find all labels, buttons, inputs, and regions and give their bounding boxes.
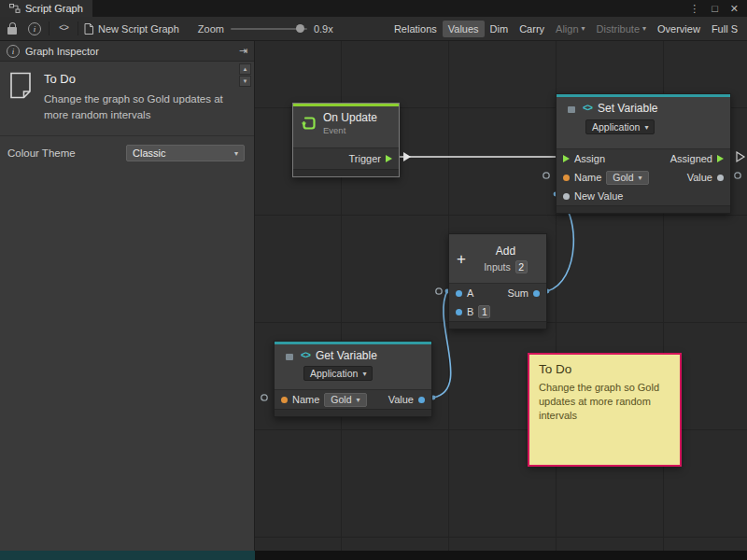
values-button[interactable]: Values xyxy=(443,21,485,37)
chevron-down-icon: ▾ xyxy=(362,370,366,378)
b-label: B xyxy=(467,306,473,317)
get-variable-header[interactable]: <> Get Variable Application ▾ xyxy=(275,344,431,389)
todo-title: To Do xyxy=(44,72,238,86)
name-external-port[interactable] xyxy=(543,173,549,178)
scroll-down-button[interactable]: ▼ xyxy=(239,76,251,87)
zoom-slider[interactable] xyxy=(231,28,307,30)
set-variable-header[interactable]: <> Set Variable Application ▾ xyxy=(557,97,730,148)
node-footer xyxy=(449,321,546,329)
colour-theme-value: Classic xyxy=(133,147,165,159)
add-title: Add xyxy=(472,245,539,258)
zoom-label: Zoom xyxy=(198,23,224,35)
fullscreen-button[interactable]: Full S xyxy=(706,21,743,37)
dock-icon[interactable]: ⇥ xyxy=(239,45,247,57)
new-script-graph-label: New Script Graph xyxy=(98,23,179,35)
dim-button[interactable]: Dim xyxy=(485,21,514,37)
new-value-input-port[interactable] xyxy=(563,193,570,200)
node-add[interactable]: + Add Inputs 2 A Sum xyxy=(448,233,547,329)
a-input-port[interactable] xyxy=(456,290,462,297)
getvar-name-row: Name Gold ▾ Value xyxy=(275,390,431,409)
set-variable-scope-dropdown[interactable]: Application ▾ xyxy=(585,119,655,134)
new-value-label: New Value xyxy=(574,190,623,202)
get-variable-title: Get Variable xyxy=(316,349,377,362)
tab-bar: Script Graph ⋮ □ ✕ xyxy=(0,0,747,17)
plus-icon: + xyxy=(457,251,466,267)
get-variable-scope-dropdown[interactable]: Application ▾ xyxy=(303,366,373,381)
name-input-port[interactable] xyxy=(563,175,570,181)
chevron-down-icon: ▾ xyxy=(357,396,360,404)
relations-button[interactable]: Relations xyxy=(388,21,443,37)
new-script-graph-button[interactable]: New Script Graph xyxy=(84,23,179,35)
getvar-name-external-port[interactable] xyxy=(261,395,267,400)
carry-button[interactable]: Carry xyxy=(514,21,550,37)
assigned-external-port[interactable] xyxy=(737,152,744,161)
overview-button[interactable]: Overview xyxy=(652,21,706,37)
code-icon: <> xyxy=(583,104,592,114)
inputs-label: Inputs xyxy=(484,261,511,273)
inputs-count-field[interactable]: 2 xyxy=(515,260,528,273)
graph-toolbar: i <> New Script Graph Zoom 0.9x Relation… xyxy=(0,17,747,41)
b-value-field[interactable]: 1 xyxy=(478,305,490,318)
window-maximize-icon[interactable]: □ xyxy=(712,3,718,14)
sum-output-port[interactable] xyxy=(533,290,540,297)
trigger-port-row: Trigger xyxy=(293,148,399,169)
bottom-bar xyxy=(0,551,747,560)
node-set-variable[interactable]: <> Set Variable Application ▾ Assign Ass… xyxy=(556,93,731,214)
align-button[interactable]: Align ▾ xyxy=(550,21,590,37)
sum-label: Sum xyxy=(507,287,529,299)
graph-canvas[interactable]: On Update Event Trigger <> xyxy=(255,41,747,551)
sticky-note-icon xyxy=(9,72,32,99)
getvar-name-dropdown[interactable]: Gold ▾ xyxy=(324,393,366,407)
bottom-bar-left-segment xyxy=(0,551,255,560)
trigger-output-port[interactable] xyxy=(386,155,392,162)
lock-button[interactable] xyxy=(4,21,21,37)
b-port-row: B 1 xyxy=(449,302,546,321)
tab-script-graph[interactable]: Script Graph xyxy=(0,0,92,17)
name-value-dropdown[interactable]: Gold ▾ xyxy=(606,171,648,185)
a-label: A xyxy=(467,287,473,299)
edit-source-button[interactable]: <> xyxy=(55,21,72,37)
getvar-value-output-port[interactable] xyxy=(418,397,425,403)
on-update-body: Trigger xyxy=(293,147,399,169)
chevron-down-icon: ▾ xyxy=(234,149,238,158)
flow-arrow-icon xyxy=(403,152,411,161)
window-menu-icon[interactable]: ⋮ xyxy=(689,3,699,15)
sticky-note-text: Change the graph so Gold updates at more… xyxy=(539,381,669,424)
node-footer xyxy=(557,205,730,213)
sticky-note[interactable]: To Do Change the graph so Gold updates a… xyxy=(528,353,682,467)
getvar-name-input-port[interactable] xyxy=(281,397,288,403)
on-update-header[interactable]: On Update Event xyxy=(293,106,399,147)
info-icon: i xyxy=(28,22,41,35)
node-on-update[interactable]: On Update Event Trigger xyxy=(292,103,400,177)
colour-theme-label: Colour Theme xyxy=(7,147,120,159)
inspect-toggle-button[interactable]: i xyxy=(26,21,43,37)
node-footer xyxy=(275,409,431,416)
b-input-port[interactable] xyxy=(456,309,462,315)
get-variable-body: Name Gold ▾ Value xyxy=(275,389,431,409)
assigned-output-port[interactable] xyxy=(717,155,724,162)
node-get-variable[interactable]: <> Get Variable Application ▾ Name Gold xyxy=(274,341,432,417)
chevron-down-icon: ▾ xyxy=(582,24,585,33)
add-header[interactable]: + Add Inputs 2 xyxy=(449,234,546,283)
zoom-slider-thumb[interactable] xyxy=(296,24,304,33)
value-external-port[interactable] xyxy=(735,173,740,178)
graph-inspector-panel: i Graph Inspector ⇥ ▲ ▼ To Do Change the… xyxy=(0,41,255,551)
on-update-loop-icon xyxy=(301,115,317,132)
colour-theme-dropdown[interactable]: Classic ▾ xyxy=(126,145,245,161)
getvar-name-label: Name xyxy=(292,394,319,405)
value-output-port[interactable] xyxy=(717,175,724,181)
code-icon: <> xyxy=(301,351,310,361)
name-port-row: Name Gold ▾ Value xyxy=(557,168,730,187)
chevron-down-icon: ▾ xyxy=(639,174,642,182)
distribute-button[interactable]: Distribute ▾ xyxy=(591,21,652,37)
tab-title: Script Graph xyxy=(25,3,83,14)
todo-text: Change the graph so Gold updates at more… xyxy=(44,91,238,122)
inspector-scrollbar: ▲ ▼ xyxy=(239,63,251,87)
variable-icon xyxy=(282,350,295,361)
assign-input-port[interactable] xyxy=(563,155,570,162)
todo-content: To Do Change the graph so Gold updates a… xyxy=(44,72,238,122)
add-a-external-port[interactable] xyxy=(436,288,442,294)
window-close-icon[interactable]: ✕ xyxy=(730,3,739,15)
unity-script-graph-window: Script Graph ⋮ □ ✕ i <> New Script Graph… xyxy=(0,0,747,560)
scroll-up-button[interactable]: ▲ xyxy=(239,63,251,75)
